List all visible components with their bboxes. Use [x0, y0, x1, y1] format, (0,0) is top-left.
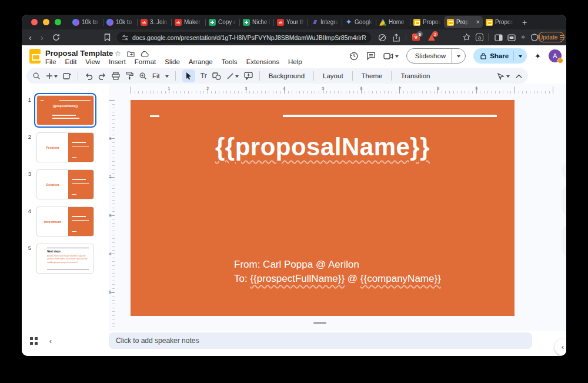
comments-icon[interactable] [366, 51, 376, 61]
share-button[interactable]: Share [473, 48, 527, 64]
browser-tab[interactable]: Proposal [483, 16, 516, 28]
meet-video-icon[interactable] [383, 52, 399, 60]
zoom-select[interactable]: Fit [152, 72, 160, 79]
background-button[interactable]: Background [266, 72, 307, 79]
slide-editor-surface[interactable]: {{proposalName}} From: Carl Poppa @ Aeri… [131, 100, 514, 316]
account-avatar[interactable]: A [549, 49, 562, 62]
adblock-extension-icon[interactable]: 2 [427, 34, 435, 41]
slide-title-text[interactable]: {{proposalName}} [131, 133, 514, 161]
collapse-filmstrip-icon[interactable]: ‹ [49, 337, 52, 345]
new-slide-layout-icon[interactable] [63, 72, 71, 80]
browser-tab[interactable]: skMaker Sc [172, 16, 205, 28]
bookmark-icon[interactable] [104, 34, 111, 41]
insert-comment-icon[interactable] [244, 72, 253, 80]
menu-arrange[interactable]: Arrange [189, 58, 213, 65]
move-folder-icon[interactable] [127, 51, 135, 57]
select-tool-active[interactable] [182, 69, 195, 82]
back-button[interactable]: ‹ [29, 34, 32, 42]
google-slides-logo[interactable] [29, 49, 41, 64]
chevron-left-icon: ‹ [562, 343, 564, 351]
browser-tab[interactable]: skYour thir [274, 16, 308, 28]
layout-button[interactable]: Layout [320, 72, 346, 79]
slide-fromto-text[interactable]: From: Carl Poppa @ Aerilon To: {{prospec… [234, 258, 441, 286]
extension-a-icon[interactable]: a [476, 34, 483, 41]
cloud-status-icon[interactable] [141, 51, 149, 57]
menu-edit[interactable]: Edit [65, 58, 77, 65]
slideshow-dropdown[interactable] [452, 49, 465, 63]
chevron-down-icon[interactable] [165, 75, 169, 79]
zoom-in-icon[interactable] [139, 72, 147, 80]
speaker-notes[interactable]: Click to add speaker notes [109, 332, 532, 349]
reload-button[interactable] [52, 34, 60, 41]
menu-insert[interactable]: Insert [109, 58, 126, 65]
gemini-sparkle-icon[interactable]: ✦ [534, 52, 541, 61]
redo-icon[interactable] [98, 72, 106, 80]
grid-view-button[interactable] [30, 337, 38, 345]
collapse-toolbar-icon[interactable] [516, 74, 522, 78]
document-title[interactable]: Proposal Template [45, 49, 113, 58]
sidebar-toggle-icon[interactable] [495, 34, 503, 41]
new-tab-button[interactable]: + [522, 18, 527, 27]
browser-tab[interactable]: Home - C [376, 16, 410, 28]
slide-accent-dash[interactable] [150, 115, 159, 117]
menu-extensions[interactable]: Extensions [246, 58, 279, 65]
browser-tab[interactable]: ✦Google C [342, 16, 376, 28]
browser-tab[interactable]: Niche Di [240, 16, 273, 28]
preview-icon[interactable] [378, 34, 386, 42]
update-browser-button[interactable]: Update [538, 32, 564, 42]
share-dropdown[interactable] [514, 53, 527, 59]
slide-thumbnail-5[interactable]: Next steps All you need to do to get sta… [36, 244, 94, 274]
theme-button[interactable]: Theme [359, 72, 385, 79]
browser-tab[interactable]: ///Integratio [308, 16, 342, 28]
spark-icon[interactable]: ✧ [520, 34, 526, 41]
tab-label: Integratio [320, 19, 339, 25]
undo-icon[interactable] [85, 72, 93, 80]
privacy-shield-icon[interactable] [531, 34, 538, 41]
extension-splat-icon[interactable] [463, 34, 470, 41]
share-page-icon[interactable] [393, 34, 400, 42]
zoom-window-button[interactable] [55, 19, 61, 25]
search-menus-icon[interactable] [32, 72, 41, 80]
show-side-panel-button[interactable]: ‹ [554, 339, 566, 355]
browser-tab[interactable]: 10k to $1 [103, 16, 137, 28]
slide-thumbnail-2[interactable]: Problem [36, 132, 94, 162]
menu-file[interactable]: File [45, 58, 56, 65]
menu-tools[interactable]: Tools [222, 58, 238, 65]
shape-tool-icon[interactable] [212, 72, 221, 80]
menu-format[interactable]: Format [135, 58, 156, 65]
transition-button[interactable]: Transition [398, 72, 432, 79]
slideshow-button[interactable]: Slideshow [406, 48, 466, 64]
slide-accent-line[interactable] [283, 115, 497, 117]
minimize-window-button[interactable] [43, 19, 49, 25]
print-icon[interactable] [112, 72, 120, 80]
slide-thumbnail-3[interactable]: Solution [36, 169, 94, 199]
notes-resize-handle[interactable] [313, 322, 326, 324]
slide-thumbnail-4[interactable]: Investment [36, 207, 94, 237]
menu-help[interactable]: Help [288, 58, 302, 65]
browser-tab-active[interactable]: Prop× [444, 16, 483, 28]
slide-thumbnail-1[interactable]: {{proposalName}} [36, 95, 94, 125]
new-slide-plus-icon[interactable] [46, 72, 58, 79]
line-tool-icon[interactable] [226, 72, 239, 80]
star-icon[interactable]: ☆ [115, 49, 121, 58]
forward-button[interactable]: › [41, 34, 44, 42]
tab-search-icon[interactable] [507, 34, 516, 41]
vpn-extension-icon[interactable]: V 6 [412, 34, 420, 41]
pen-tool-icon[interactable] [497, 72, 510, 80]
version-history-icon[interactable] [349, 51, 359, 61]
tab-close-icon[interactable]: × [476, 19, 480, 25]
text-box-tool[interactable]: Tr [201, 72, 207, 80]
slideshow-label[interactable]: Slideshow [407, 49, 452, 63]
browser-tab[interactable]: Copy of [206, 16, 239, 28]
paint-format-icon[interactable] [125, 72, 133, 80]
browser-tab[interactable]: Proposal [410, 16, 444, 28]
browser-tab[interactable]: 10k to $1 [69, 16, 103, 28]
menu-view[interactable]: View [85, 58, 100, 65]
menu-slide[interactable]: Slide [165, 58, 180, 65]
browser-tab[interactable]: sk3. Join 3 [138, 16, 171, 28]
slide-canvas[interactable]: 1 2 3 4 5 6 7 8 9 1 2 3 4 5 {{proposalNa… [109, 84, 566, 331]
tab-label: 10k to $1 [82, 19, 100, 25]
site-settings-icon[interactable] [122, 34, 129, 41]
close-window-button[interactable] [31, 19, 38, 25]
address-bar[interactable]: docs.google.com/presentation/d/1gT-H8iVP… [117, 32, 371, 43]
